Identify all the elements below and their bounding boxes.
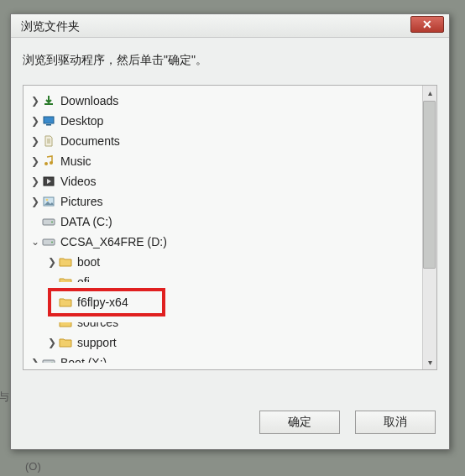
pictures-icon — [42, 195, 55, 208]
svg-point-3 — [44, 162, 48, 165]
tree-item-label: efi — [77, 275, 90, 289]
chevron-down-icon[interactable]: ⌄ — [29, 236, 42, 248]
titlebar[interactable]: 浏览文件夹 ✕ — [11, 14, 449, 38]
svg-rect-0 — [44, 103, 53, 105]
scroll-thumb[interactable] — [423, 101, 436, 269]
svg-point-11 — [51, 242, 53, 243]
chevron-right-icon[interactable]: ❯ — [29, 175, 42, 187]
tree-item-label: Boot (X:) — [60, 356, 107, 369]
tree-item-label: Downloads — [60, 94, 118, 107]
tree-item[interactable]: ❯boot — [24, 252, 436, 272]
tree-item[interactable]: •f6flpy-x64 — [24, 292, 436, 312]
tree-item-label: boot — [77, 255, 100, 269]
chevron-right-icon[interactable]: ❯ — [45, 337, 59, 348]
chevron-right-icon[interactable]: ❯ — [45, 256, 59, 268]
chevron-right-icon[interactable]: ❯ — [29, 155, 42, 167]
folder-tree-container: ❯Downloads❯Desktop❯Documents❯Music❯Video… — [23, 85, 437, 370]
scroll-up-arrow-icon[interactable]: ▴ — [423, 86, 437, 100]
twisty-blank: • — [29, 216, 42, 228]
dialog-title: 浏览文件夹 — [21, 19, 80, 33]
vertical-scrollbar[interactable]: ▴ ▾ — [422, 86, 436, 369]
tree-item-label: Music — [60, 154, 91, 168]
scroll-down-arrow-icon[interactable]: ▾ — [423, 355, 437, 369]
folder-icon — [59, 316, 72, 329]
tree-item[interactable]: ❯Desktop — [24, 111, 436, 131]
dialog-button-row: 确定 取消 — [259, 411, 436, 434]
chevron-right-icon[interactable]: ❯ — [29, 357, 42, 369]
folder-icon — [59, 336, 72, 349]
tree-item[interactable]: ❯Boot (X:) — [24, 353, 436, 369]
chevron-right-icon[interactable]: ❯ — [29, 95, 42, 107]
tree-item-label: f6flpy-x64 — [77, 296, 128, 309]
twisty-blank: • — [45, 296, 59, 308]
tree-item-label: Videos — [60, 175, 97, 188]
svg-rect-12 — [43, 360, 55, 366]
svg-rect-1 — [44, 117, 54, 123]
tree-item-label: CCSA_X64FRE (D:) — [60, 235, 167, 248]
chevron-right-icon[interactable]: ❯ — [29, 115, 42, 127]
folder-icon — [59, 255, 72, 269]
svg-point-7 — [46, 199, 49, 201]
tree-item-label: sources — [77, 316, 118, 329]
svg-point-9 — [51, 222, 53, 223]
ok-button[interactable]: 确定 — [259, 411, 340, 434]
tree-item[interactable]: ⌄CCSA_X64FRE (D:) — [24, 232, 436, 252]
drive-icon — [42, 356, 55, 369]
videos-icon — [42, 175, 55, 188]
twisty-blank: • — [45, 276, 59, 288]
twisty-blank: • — [45, 316, 59, 328]
chevron-right-icon[interactable]: ❯ — [29, 196, 42, 207]
tree-item-label: Pictures — [60, 195, 103, 208]
tree-item-label: Documents — [60, 134, 120, 148]
svg-rect-2 — [46, 124, 51, 126]
cancel-button[interactable]: 取消 — [355, 411, 436, 434]
instruction-text: 浏览到驱动程序，然后单击"确定"。 — [11, 38, 449, 80]
svg-point-4 — [50, 161, 53, 165]
tree-item[interactable]: •efi — [24, 272, 436, 292]
tree-item[interactable]: ❯Videos — [24, 171, 436, 191]
background-text-bottom: (O) — [25, 460, 41, 473]
tree-item[interactable]: •sources — [24, 312, 436, 332]
folder-icon — [59, 275, 72, 289]
tree-item[interactable]: ❯Downloads — [24, 91, 436, 111]
svg-point-13 — [51, 363, 53, 364]
tree-item[interactable]: ❯Music — [24, 151, 436, 171]
background-text-left: 与 — [0, 390, 9, 405]
tree-item[interactable]: •DATA (C:) — [24, 212, 436, 232]
downloads-icon — [42, 94, 55, 107]
folder-tree[interactable]: ❯Downloads❯Desktop❯Documents❯Music❯Video… — [24, 86, 436, 369]
tree-item-label: Desktop — [60, 114, 103, 128]
drive-icon — [42, 215, 55, 228]
close-button[interactable]: ✕ — [410, 16, 444, 33]
tree-item-label: DATA (C:) — [60, 215, 112, 228]
music-icon — [42, 154, 55, 168]
tree-item[interactable]: ❯support — [24, 332, 436, 353]
chevron-right-icon[interactable]: ❯ — [29, 135, 42, 147]
tree-item[interactable]: ❯Pictures — [24, 191, 436, 212]
tree-item[interactable]: ❯Documents — [24, 131, 436, 151]
folder-icon — [59, 296, 72, 309]
close-icon: ✕ — [422, 18, 432, 31]
documents-icon — [42, 134, 55, 148]
desktop-icon — [42, 114, 55, 128]
drive-icon — [42, 235, 55, 248]
tree-item-label: support — [77, 336, 117, 349]
browse-folder-dialog: 浏览文件夹 ✕ 浏览到驱动程序，然后单击"确定"。 ❯Downloads❯Des… — [10, 13, 450, 450]
